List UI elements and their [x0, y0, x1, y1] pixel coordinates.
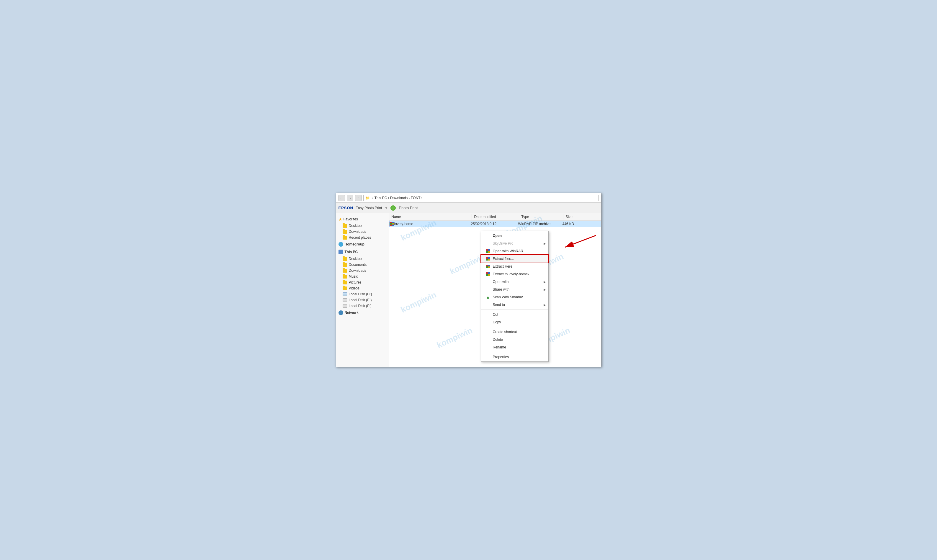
ctx-arrow-icon4: ▶ [544, 303, 546, 306]
ctx-rename-label: Rename [493, 345, 506, 349]
sidebar-item-downloads-pc[interactable]: Downloads [336, 268, 389, 274]
ctx-copy-icon [486, 320, 491, 325]
address-path[interactable]: 📁 › This PC › Downloads › FONT › [363, 195, 599, 201]
col-header-date[interactable]: Date modified [472, 214, 519, 220]
sidebar-label: Recent places [349, 235, 371, 240]
watermark-7: kompiwin [435, 325, 474, 350]
sidebar: ★ Favorites Desktop Downloads Recent pla… [336, 213, 389, 367]
this-pc-section[interactable]: This PC [336, 248, 389, 256]
path-text: › This PC › Downloads › FONT › [371, 196, 423, 200]
forward-button[interactable]: → [347, 195, 353, 201]
sidebar-item-downloads-fav[interactable]: Downloads [336, 229, 389, 235]
ctx-arrow-icon2: ▶ [544, 280, 546, 283]
ctx-share-label: Share with [493, 288, 510, 291]
col-header-size[interactable]: Size [563, 214, 587, 220]
folder-icon [343, 275, 347, 278]
ctx-extract-here[interactable]: Extract Here [481, 263, 548, 270]
explorer-window: ← → ↑ 📁 › This PC › Downloads › FONT › E… [336, 193, 602, 367]
sidebar-label: Videos [349, 286, 360, 290]
ctx-separator-2 [481, 327, 548, 327]
toolbar: EPSON Easy Photo Print ▼ Photo Print [336, 203, 601, 213]
easy-photo-print-label: Easy Photo Print [355, 206, 382, 210]
ctx-cut[interactable]: Cut [481, 311, 548, 318]
ctx-separator-1 [481, 309, 548, 310]
ctx-delete[interactable]: Delete [481, 336, 548, 343]
folder-icon [343, 224, 347, 228]
homegroup-section[interactable]: Homegroup [336, 240, 389, 248]
network-label: Network [345, 311, 358, 315]
context-menu: Open SkyDrive Pro ▶ Open wi [481, 231, 549, 362]
sidebar-label: Downloads [349, 229, 366, 234]
ctx-skydrive-label: SkyDrive Pro [493, 242, 514, 246]
ctx-open-winrar[interactable]: Open with WinRAR [481, 247, 548, 255]
ctx-smadav[interactable]: ▲ Scan With Smadav [481, 293, 548, 301]
sidebar-item-music[interactable]: Music [336, 274, 389, 279]
sidebar-item-desktop-fav[interactable]: Desktop [336, 223, 389, 229]
file-size: 446 KB [563, 222, 586, 226]
sidebar-label: Desktop [349, 224, 362, 228]
photo-print-label: Photo Print [399, 206, 418, 210]
folder-icon [343, 257, 347, 261]
sidebar-label: Local Disk (C:) [349, 292, 372, 296]
sidebar-item-desktop-pc[interactable]: Desktop [336, 256, 389, 262]
ctx-skydrive-icon [486, 241, 491, 246]
drive-c-icon [343, 292, 347, 296]
folder-icon [343, 286, 347, 290]
ctx-send-to[interactable]: Send to ▶ [481, 301, 548, 309]
ctx-skydrive[interactable]: SkyDrive Pro ▶ [481, 240, 548, 247]
ctx-extract-here-label: Extract Here [493, 265, 512, 269]
sidebar-label: Pictures [349, 280, 362, 285]
col-header-type[interactable]: Type [519, 214, 563, 220]
ctx-share-with[interactable]: Share with ▶ [481, 286, 548, 293]
ctx-shortcut-icon [486, 329, 491, 334]
ctx-winrar-icon [486, 249, 491, 254]
sidebar-item-videos[interactable]: Videos [336, 285, 389, 291]
file-type: WinRAR ZIP archive [518, 222, 563, 226]
ctx-properties[interactable]: Properties [481, 353, 548, 361]
content-area: ★ Favorites Desktop Downloads Recent pla… [336, 213, 601, 367]
sidebar-label: Desktop [349, 257, 362, 261]
ctx-cut-icon [486, 312, 491, 317]
ctx-extract-icon [486, 256, 491, 261]
toolbar-separator: ▼ [384, 206, 388, 210]
ctx-arrow-icon: ▶ [544, 242, 546, 245]
sidebar-item-local-disk-e[interactable]: Local Disk (E:) [336, 297, 389, 303]
sidebar-item-local-disk-c[interactable]: Local Disk (C:) [336, 291, 389, 297]
ctx-create-shortcut[interactable]: Create shortcut [481, 328, 548, 336]
star-icon: ★ [338, 217, 342, 222]
ctx-open[interactable]: Open [481, 232, 548, 240]
ctx-copy[interactable]: Copy [481, 318, 548, 326]
ctx-extract-to[interactable]: Extract to lovely-home\ [481, 270, 548, 278]
favorites-label: Favorites [343, 217, 358, 221]
ctx-open-winrar-label: Open with WinRAR [493, 249, 523, 253]
ctx-extract-files[interactable]: Extract files... [481, 255, 548, 263]
ctx-share-icon [486, 287, 491, 292]
col-header-name[interactable]: Name [389, 214, 472, 220]
network-section[interactable]: Network [336, 309, 389, 317]
path-folder-icon: 📁 [365, 196, 370, 200]
up-button[interactable]: ↑ [355, 195, 362, 201]
file-row-lovely-home[interactable]: lovely-home 25/02/2018 9:12 WinRAR ZIP a… [389, 221, 601, 227]
ctx-extract-to-label: Extract to lovely-home\ [493, 272, 529, 276]
back-button[interactable]: ← [338, 195, 345, 201]
svg-line-1 [565, 235, 596, 247]
ctx-properties-icon [486, 355, 491, 359]
ctx-open-with-icon [486, 279, 491, 284]
homegroup-label: Homegroup [345, 242, 365, 246]
ctx-open-with[interactable]: Open with ▶ [481, 278, 548, 286]
folder-icon [343, 263, 347, 267]
folder-icon [343, 236, 347, 240]
sidebar-item-recent-places[interactable]: Recent places [336, 235, 389, 240]
ctx-properties-label: Properties [493, 355, 509, 359]
ctx-send-to-label: Send to [493, 303, 505, 307]
favorites-section[interactable]: ★ Favorites [336, 216, 389, 223]
this-pc-label: This PC [345, 250, 358, 254]
ctx-smadav-label: Scan With Smadav [493, 295, 523, 299]
ctx-send-to-icon [486, 302, 491, 307]
ctx-rename[interactable]: Rename [481, 343, 548, 351]
sidebar-label: Downloads [349, 269, 366, 272]
sidebar-item-local-disk-f[interactable]: Local Disk (F:) [336, 303, 389, 309]
sidebar-item-pictures[interactable]: Pictures [336, 279, 389, 285]
ctx-open-icon [486, 233, 491, 238]
sidebar-item-documents[interactable]: Documents [336, 262, 389, 268]
